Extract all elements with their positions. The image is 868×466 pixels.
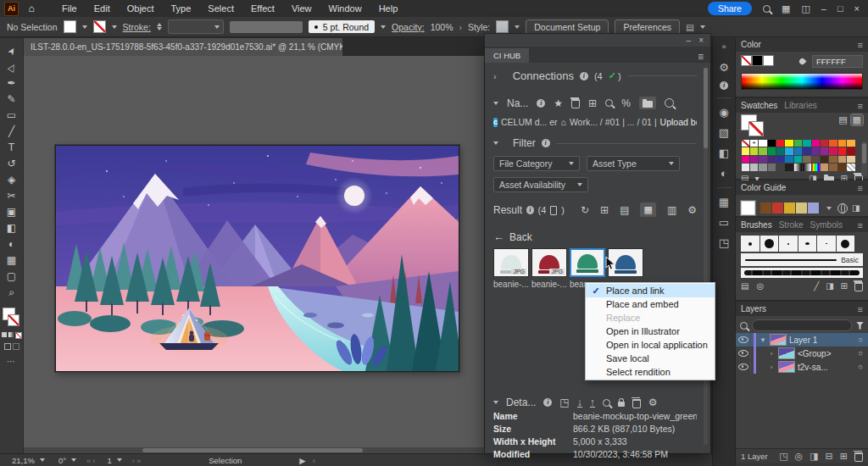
- shape-builder-tool[interactable]: ▣: [3, 204, 21, 220]
- context-menu-item[interactable]: Save local: [586, 352, 715, 365]
- swatch[interactable]: [785, 140, 793, 147]
- rotate-tool[interactable]: ↺: [3, 156, 21, 172]
- export-panel-icon[interactable]: ◳: [719, 236, 729, 249]
- transparency-panel-icon[interactable]: ◐: [721, 167, 727, 180]
- swatch[interactable]: [759, 140, 766, 147]
- color-panel-icon[interactable]: ◉: [719, 106, 728, 119]
- fill-stroke-proxy[interactable]: [3, 308, 21, 328]
- more-options-chevron-icon[interactable]: [700, 25, 705, 29]
- swatch[interactable]: [742, 140, 749, 147]
- swatches-tab[interactable]: Swatches: [741, 101, 777, 110]
- cihub-panel-menu-icon[interactable]: ≡: [698, 51, 710, 63]
- panel-close-icon[interactable]: ×: [698, 36, 704, 45]
- swatch-grid-view-icon[interactable]: ▦: [851, 114, 863, 125]
- brush-strokes-icon[interactable]: ◎: [756, 281, 764, 291]
- stroke-label[interactable]: Stroke:: [123, 22, 151, 32]
- search-icon[interactable]: [763, 5, 771, 13]
- brushes-panel-menu-icon[interactable]: ≡: [858, 220, 863, 230]
- new-sublayer-icon[interactable]: ⊟: [826, 451, 833, 462]
- nav-search-icon[interactable]: [665, 98, 674, 108]
- document-tab[interactable]: ILST-28.0.0-en_US-17519788-5f63-45f0-a33…: [24, 38, 342, 56]
- brush-swatch[interactable]: [817, 236, 836, 252]
- isolate-selection-icon[interactable]: ▤: [686, 22, 694, 32]
- brush-libraries-icon[interactable]: ▤: [741, 281, 748, 291]
- preferences-button[interactable]: Preferences: [615, 19, 680, 35]
- artboard[interactable]: [55, 145, 459, 372]
- paintbrush-tool[interactable]: ✎: [3, 92, 21, 108]
- swatch[interactable]: [821, 147, 828, 155]
- style-well[interactable]: [496, 20, 509, 33]
- asset-thumbnail[interactable]: JPG: [493, 248, 529, 277]
- lock-icon[interactable]: [618, 402, 625, 407]
- symbol-sprayer-tool[interactable]: ▦: [3, 252, 21, 269]
- brush-swatch[interactable]: [798, 236, 817, 252]
- zoom-tool[interactable]: ⌕: [3, 285, 21, 301]
- color-guide-base-swatch[interactable]: [741, 201, 755, 215]
- layer-target-icon[interactable]: ○: [859, 349, 863, 358]
- swatch[interactable]: [821, 164, 828, 171]
- brush-swatch[interactable]: [741, 236, 760, 252]
- context-menu-item[interactable]: Place and embed: [586, 297, 715, 311]
- align-panel-icon[interactable]: ▦: [719, 196, 729, 208]
- color-guide-globe-icon[interactable]: [837, 203, 848, 214]
- stroke-proxy[interactable]: [8, 314, 19, 326]
- browse-folder-icon[interactable]: [639, 97, 656, 109]
- layer-row[interactable]: › <Group> ○: [736, 347, 868, 360]
- connections-info-icon[interactable]: i: [580, 72, 588, 80]
- swatch-list-view-icon[interactable]: ▤: [838, 114, 847, 125]
- swatch[interactable]: [803, 147, 810, 155]
- opacity-expand-icon[interactable]: ›: [459, 22, 462, 32]
- swatch[interactable]: [838, 156, 846, 164]
- line-segment-tool[interactable]: ╱: [3, 124, 21, 140]
- menu-file[interactable]: File: [54, 2, 85, 15]
- brush-chevron-icon[interactable]: [381, 25, 386, 29]
- swatches-panel-menu-icon[interactable]: ≡: [858, 101, 863, 111]
- swatch[interactable]: [750, 156, 758, 164]
- color-guide-chevron-icon[interactable]: [826, 207, 832, 210]
- gradient-panel-icon[interactable]: ◧: [719, 147, 729, 159]
- breadcrumb-connection[interactable]: CELUM d... er: [501, 117, 558, 127]
- delete-layer-icon[interactable]: [854, 452, 863, 462]
- artboards-panel-icon[interactable]: ▭: [719, 216, 729, 229]
- color-guide-swatch[interactable]: [772, 202, 783, 214]
- swatch[interactable]: [821, 156, 828, 164]
- hex-value-field[interactable]: FFFFFF: [812, 55, 863, 68]
- layers-filter-icon[interactable]: [856, 322, 864, 330]
- layer-thumbnail[interactable]: [770, 334, 787, 346]
- back-button[interactable]: Back: [509, 231, 532, 243]
- swatch[interactable]: [847, 164, 854, 171]
- symbols-tab[interactable]: Symbols: [810, 220, 843, 230]
- swatch[interactable]: [838, 164, 846, 171]
- draw-normal-icon[interactable]: [4, 343, 11, 350]
- cihub-tab[interactable]: CI HUB: [485, 48, 529, 63]
- rotation-select[interactable]: 0°: [55, 456, 80, 465]
- new-layer-icon[interactable]: ⊞: [840, 451, 848, 462]
- list-view-icon[interactable]: ▤: [620, 204, 629, 216]
- swatch[interactable]: +: [750, 140, 758, 147]
- menu-view[interactable]: View: [284, 2, 320, 15]
- asset-availability-select[interactable]: Asset Availability: [493, 177, 588, 192]
- upload-icon[interactable]: ↑: [590, 398, 595, 408]
- layer-visibility-icon[interactable]: [738, 350, 748, 357]
- opacity-value[interactable]: 100%: [431, 22, 453, 32]
- swatch[interactable]: [742, 147, 749, 155]
- card-view-icon[interactable]: ▥: [667, 204, 676, 216]
- result-settings-icon[interactable]: ⚙: [687, 204, 697, 216]
- artboard-navigation-select[interactable]: 1: [103, 456, 125, 465]
- brushes-tab[interactable]: Brushes: [741, 220, 772, 230]
- gradient-tool[interactable]: ◧: [3, 220, 21, 236]
- swatch[interactable]: [759, 156, 766, 164]
- layers-tab[interactable]: Layers: [741, 304, 766, 313]
- locate-object-icon[interactable]: ◎: [795, 451, 804, 462]
- layer-name[interactable]: Layer 1: [789, 336, 817, 345]
- delete-brush-icon[interactable]: [854, 282, 863, 291]
- layer-thumbnail[interactable]: [778, 361, 795, 373]
- swatch[interactable]: [812, 156, 820, 164]
- swatch[interactable]: [794, 140, 802, 147]
- swatch[interactable]: [829, 140, 837, 147]
- swatch[interactable]: [803, 164, 810, 171]
- grid-add-icon[interactable]: ⊞: [588, 97, 597, 109]
- basic-brush-row[interactable]: Basic: [741, 253, 863, 266]
- collapse-dock-icon[interactable]: »: [721, 41, 726, 53]
- favorite-star-icon[interactable]: ★: [554, 97, 563, 109]
